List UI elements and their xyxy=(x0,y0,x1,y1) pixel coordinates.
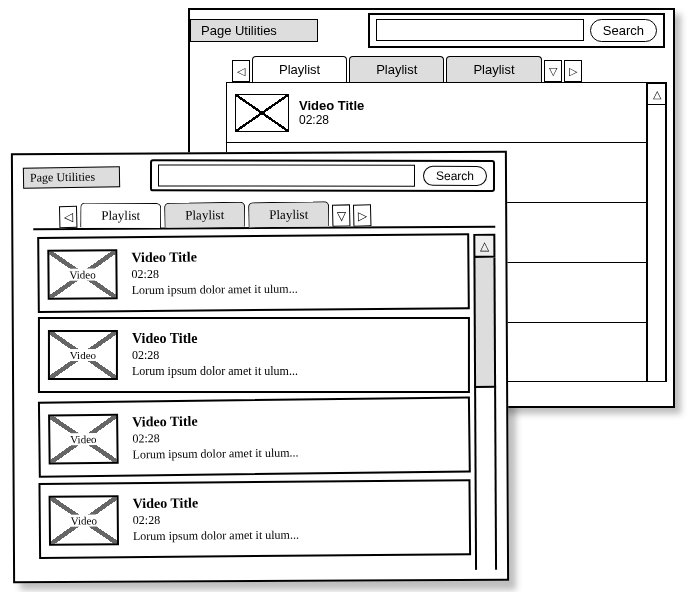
tab-playlist-2[interactable]: Playlist xyxy=(349,56,444,82)
video-time: 02:28 xyxy=(131,264,459,282)
scroll-track[interactable] xyxy=(647,105,666,381)
search-container: Search xyxy=(368,13,665,48)
scroll-up-icon[interactable]: △ xyxy=(473,234,495,258)
list-item[interactable]: Video Video Title 02:28 Lorum ipsum dolo… xyxy=(38,479,471,559)
tab-scroll-left-icon[interactable]: ◁ xyxy=(59,206,77,228)
video-title: Video Title xyxy=(132,331,460,347)
tab-scroll-left-icon[interactable]: ◁ xyxy=(232,60,250,82)
tab-playlist-2[interactable]: Playlist xyxy=(164,202,245,228)
video-thumbnail-icon: Video xyxy=(47,249,117,300)
page-utilities-label: Page Utilities xyxy=(190,19,318,42)
video-description: Lorum ipsum dolor amet it ulum... xyxy=(132,364,460,379)
tab-scroll-right-icon[interactable]: ▷ xyxy=(564,60,582,82)
tab-playlist-3[interactable]: Playlist xyxy=(248,201,329,227)
front-list-area: Video Video Title 02:28 Lorum ipsum dolo… xyxy=(33,226,497,578)
video-thumbnail-icon: Video xyxy=(48,414,119,465)
list-item[interactable]: Video Video Title 02:28 Lorum ipsum dolo… xyxy=(38,317,470,393)
front-tabrow: ◁ Playlist Playlist Playlist ▽ ▷ xyxy=(53,201,505,228)
video-time: 02:28 xyxy=(132,348,460,363)
scroll-track[interactable] xyxy=(474,388,497,570)
search-input[interactable] xyxy=(158,164,415,186)
video-thumbnail-icon: Video xyxy=(49,495,119,546)
front-list: Video Video Title 02:28 Lorum ipsum dolo… xyxy=(33,228,475,578)
video-description: Lorum ipsum dolor amet it ulum... xyxy=(132,444,460,463)
video-title: Video Title xyxy=(299,98,364,113)
front-topbar: Page Utilities Search xyxy=(13,153,505,200)
tab-playlist-1[interactable]: Playlist xyxy=(80,203,161,228)
page-utilities-label: Page Utilities xyxy=(23,166,120,189)
search-input[interactable] xyxy=(376,19,584,41)
video-title: Video Title xyxy=(133,493,461,512)
video-time: 02:28 xyxy=(299,113,364,127)
video-title: Video Title xyxy=(131,247,459,266)
tab-playlist-3[interactable]: Playlist xyxy=(446,56,541,82)
search-button[interactable]: Search xyxy=(590,19,657,42)
video-thumbnail-icon xyxy=(235,94,289,132)
front-window: Page Utilities Search ◁ Playlist Playlis… xyxy=(11,151,509,584)
search-button[interactable]: Search xyxy=(423,166,487,186)
tab-dropdown-icon[interactable]: ▽ xyxy=(332,204,350,226)
list-item[interactable]: Video Title 02:28 xyxy=(227,83,646,143)
scrollbar[interactable]: △ xyxy=(647,83,667,382)
scroll-up-icon[interactable]: △ xyxy=(647,83,666,105)
video-thumbnail-icon: Video xyxy=(48,330,118,380)
list-item[interactable]: Video Video Title 02:28 Lorum ipsum dolo… xyxy=(37,233,470,313)
scroll-thumb[interactable] xyxy=(473,258,496,388)
tab-dropdown-icon[interactable]: ▽ xyxy=(544,60,562,82)
back-topbar: Page Utilities Search xyxy=(190,10,673,50)
video-time: 02:28 xyxy=(133,510,461,528)
list-item[interactable]: Video Video Title 02:28 Lorum ipsum dolo… xyxy=(38,396,471,477)
search-container: Search xyxy=(150,159,495,192)
tab-scroll-right-icon[interactable]: ▷ xyxy=(353,204,371,226)
tab-playlist-1[interactable]: Playlist xyxy=(252,56,347,82)
back-tabrow: ◁ Playlist Playlist Playlist ▽ ▷ xyxy=(226,56,673,82)
video-description: Lorum ipsum dolor amet it ulum... xyxy=(132,280,460,298)
scrollbar[interactable]: △ xyxy=(473,234,497,570)
video-description: Lorum ipsum dolor amet it ulum... xyxy=(133,526,461,544)
